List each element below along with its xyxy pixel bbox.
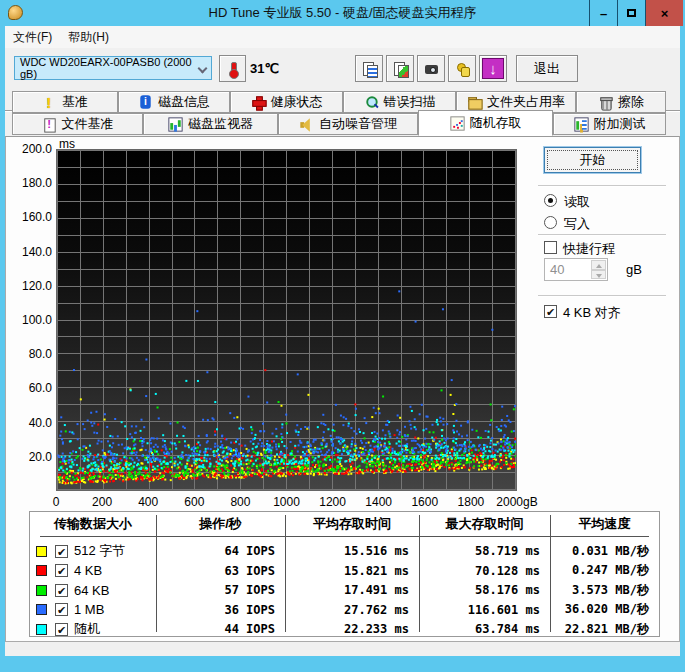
series-color-swatch bbox=[36, 565, 47, 576]
x-tick-label: 2000gB bbox=[496, 495, 537, 509]
tab-label: 文件夹占用率 bbox=[487, 93, 565, 111]
options-icon bbox=[455, 61, 470, 76]
spin-up-icon[interactable] bbox=[591, 260, 606, 270]
y-tick-label: 80.0 bbox=[6, 347, 52, 361]
tab-label: 健康状态 bbox=[271, 93, 323, 111]
value-cell: 63.784 ms bbox=[419, 622, 540, 636]
tab-label: 擦除 bbox=[618, 93, 644, 111]
value-cell: 70.128 ms bbox=[419, 564, 540, 578]
tab-label: 基准 bbox=[62, 93, 88, 111]
minimize-button[interactable]: – bbox=[589, 0, 617, 26]
copy-text-button[interactable] bbox=[355, 55, 383, 82]
y-tick-label: 20.0 bbox=[6, 450, 52, 464]
spin-down-icon[interactable] bbox=[591, 270, 606, 280]
file-bench-icon bbox=[42, 117, 56, 131]
value-cell: 22.233 ms bbox=[285, 622, 409, 636]
quick-stroke-checkbox[interactable] bbox=[544, 241, 557, 254]
table-header-0: 传输数据大小 bbox=[30, 515, 156, 533]
quick-stroke-input[interactable]: 40 bbox=[544, 258, 608, 281]
series-checkbox[interactable]: ✔ bbox=[55, 623, 68, 636]
random-access-panel: ms 200.0180.0160.0140.0120.0100.080.060.… bbox=[5, 136, 680, 642]
align-checkbox[interactable]: ✔ bbox=[544, 305, 557, 318]
value-cell: 22.821 MB/秒 bbox=[550, 621, 649, 638]
value-cell: 58.719 ms bbox=[419, 544, 540, 558]
window-title: HD Tune 专业版 5.50 - 硬盘/固态硬盘实用程序 bbox=[0, 4, 685, 22]
table-row: ✔随机44 IOPS22.233 ms63.784 ms22.821 MB/秒 bbox=[30, 618, 659, 640]
options-button[interactable] bbox=[448, 55, 476, 82]
x-tick-label: 800 bbox=[230, 495, 250, 509]
tab-label: 附加测试 bbox=[594, 115, 646, 133]
tab-health[interactable]: 健康状态 bbox=[230, 91, 343, 113]
tab-disk-info[interactable]: 磁盘信息 bbox=[118, 91, 230, 113]
series-label: 4 KB bbox=[74, 563, 102, 578]
x-tick-label: 1800 bbox=[458, 495, 485, 509]
tab-label: 文件基准 bbox=[62, 115, 114, 133]
quick-stroke-label: 快捷行程 bbox=[563, 240, 615, 258]
folder-icon bbox=[467, 95, 481, 109]
series-cell: ✔4 KB bbox=[30, 563, 156, 578]
write-radio[interactable] bbox=[544, 216, 557, 229]
copy-image-button[interactable] bbox=[386, 55, 414, 82]
read-radio[interactable] bbox=[544, 194, 557, 207]
camera-icon bbox=[424, 61, 439, 76]
series-label: 随机 bbox=[74, 620, 100, 638]
value-cell: 0.031 MB/秒 bbox=[550, 543, 649, 560]
separator bbox=[538, 185, 666, 187]
menu-bar: 文件(F) 帮助(H) bbox=[5, 26, 680, 48]
x-tick-label: 600 bbox=[184, 495, 204, 509]
tab-strip: 基准磁盘信息健康状态错误扫描文件夹占用率擦除 文件基准磁盘监视器自动噪音管理随机… bbox=[5, 90, 680, 137]
series-cell: ✔64 KB bbox=[30, 583, 156, 598]
download-button[interactable] bbox=[479, 55, 507, 82]
value-cell: 0.247 MB/秒 bbox=[550, 562, 649, 579]
copy-image-icon bbox=[393, 61, 408, 76]
series-color-swatch bbox=[36, 585, 47, 596]
tab-label: 错误扫描 bbox=[384, 93, 436, 111]
table-header-1: 操作/秒 bbox=[156, 515, 285, 533]
align-label: 4 KB 对齐 bbox=[563, 304, 621, 322]
series-color-swatch bbox=[36, 546, 47, 557]
close-button[interactable]: × bbox=[645, 0, 683, 26]
x-tick-label: 1200 bbox=[319, 495, 346, 509]
series-checkbox[interactable]: ✔ bbox=[55, 545, 68, 558]
series-checkbox[interactable]: ✔ bbox=[55, 603, 68, 616]
maximize-button[interactable] bbox=[617, 0, 645, 26]
drive-select[interactable]: WDC WD20EARX-00PASB0 (2000 gB) bbox=[14, 56, 212, 80]
value-cell: 57 IOPS bbox=[156, 583, 275, 597]
series-checkbox[interactable]: ✔ bbox=[55, 564, 68, 577]
tab-extra-tests[interactable]: 附加测试 bbox=[553, 113, 666, 135]
menu-help[interactable]: 帮助(H) bbox=[60, 26, 117, 49]
y-tick-label: 100.0 bbox=[6, 313, 52, 327]
monitor-icon bbox=[168, 117, 182, 131]
series-cell: ✔1 MB bbox=[30, 602, 156, 617]
y-tick-label: 120.0 bbox=[6, 279, 52, 293]
exit-label: 退出 bbox=[534, 60, 560, 78]
download-icon bbox=[482, 58, 504, 79]
camera-button[interactable] bbox=[417, 55, 445, 82]
tab-aam[interactable]: 自动噪音管理 bbox=[278, 113, 418, 135]
tab-benchmark[interactable]: 基准 bbox=[12, 91, 118, 113]
tab-disk-monitor[interactable]: 磁盘监视器 bbox=[143, 113, 278, 135]
title-bar: HD Tune 专业版 5.50 - 硬盘/固态硬盘实用程序 – × bbox=[0, 0, 685, 26]
column-separator bbox=[419, 515, 420, 632]
value-cell: 17.491 ms bbox=[285, 583, 409, 597]
series-color-swatch bbox=[36, 624, 47, 635]
tab-file-benchmark[interactable]: 文件基准 bbox=[12, 113, 143, 135]
tab-random-access[interactable]: 随机存取 bbox=[418, 110, 553, 136]
tab-erase[interactable]: 擦除 bbox=[576, 91, 666, 113]
column-separator bbox=[285, 515, 286, 632]
start-button[interactable]: 开始 bbox=[544, 147, 641, 173]
value-cell: 15.821 ms bbox=[285, 564, 409, 578]
table-header-2: 平均存取时间 bbox=[285, 515, 419, 533]
health-icon bbox=[251, 95, 265, 109]
value-cell: 58.176 ms bbox=[419, 583, 540, 597]
scatter-plot bbox=[56, 149, 517, 491]
exit-button[interactable]: 退出 bbox=[516, 55, 578, 82]
menu-file[interactable]: 文件(F) bbox=[5, 26, 60, 49]
thermometer-icon bbox=[225, 61, 240, 76]
table-header-4: 平均速度 bbox=[550, 515, 659, 533]
series-label: 1 MB bbox=[74, 602, 104, 617]
erase-icon bbox=[598, 95, 612, 109]
temperature-button[interactable] bbox=[219, 55, 246, 82]
series-checkbox[interactable]: ✔ bbox=[55, 584, 68, 597]
exclaim-icon bbox=[42, 95, 56, 109]
